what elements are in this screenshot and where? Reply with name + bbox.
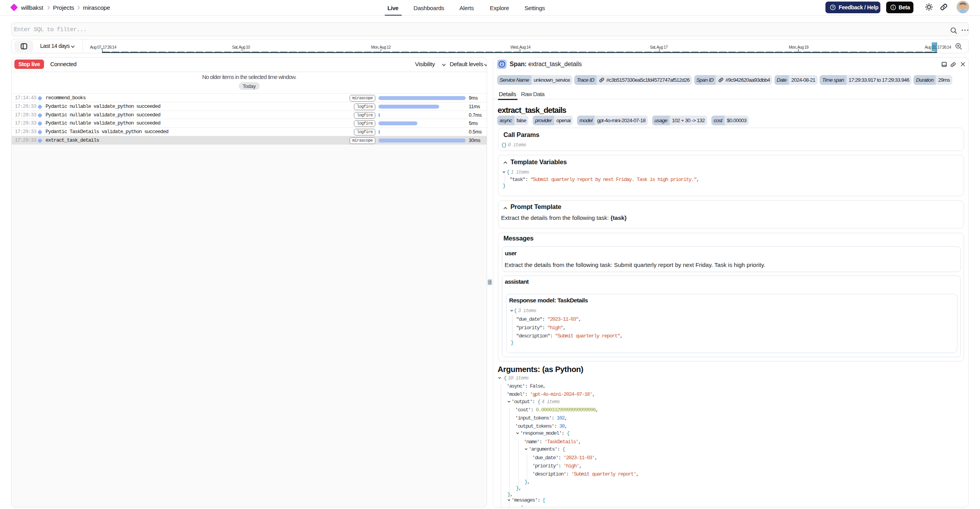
- svg-text:?: ?: [832, 5, 834, 9]
